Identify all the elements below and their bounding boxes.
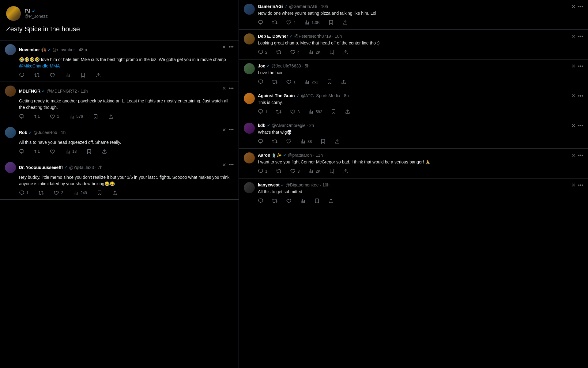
r-reply-2[interactable]: 2 [258,49,267,55]
r-views-1[interactable]: 1.3K [304,20,320,25]
r-bookmark-5[interactable] [320,139,326,144]
r-like-4[interactable]: 3 [290,109,300,114]
views-button-4[interactable]: 249 [73,190,87,196]
reply-button-4[interactable]: 1 [19,190,28,196]
more-icon-3[interactable]: ••• [228,127,234,132]
r-comment-7: kanyewest ✓ @Bigapemonkee · 10h All this… [239,178,588,208]
r-like-3[interactable]: 1 [286,79,296,85]
reply-button-3[interactable] [19,149,24,154]
r-more-5[interactable]: ••• [578,123,583,128]
r-mute-4[interactable]: ✕ [571,93,575,99]
r-bookmark-7[interactable] [314,198,320,204]
r-retweet-4[interactable] [276,109,281,114]
reply-button-1[interactable] [19,72,24,78]
r-reply-4[interactable]: 1 [258,109,267,114]
r-header-actions-7: ✕ ••• [571,182,583,188]
r-views-3[interactable]: 251 [304,79,318,85]
r-views-7[interactable] [300,198,306,204]
bookmark-button-2[interactable] [93,114,98,119]
retweet-button-3[interactable] [34,149,40,154]
r-more-4[interactable]: ••• [578,93,583,99]
comment-header-left-2: MDLFNGR ✓ @MDLFNGR72 · 11h [5,86,222,97]
retweet-button-4[interactable] [38,190,44,196]
r-like-2[interactable]: 4 [290,49,300,55]
r-like-6[interactable]: 3 [290,168,300,174]
retweet-icon-4 [38,190,44,196]
more-icon-2[interactable]: ••• [228,86,234,91]
views-button-2[interactable]: 576 [69,114,83,119]
mention-link-1[interactable]: @MikeChandlerMMA [19,63,60,68]
r-views-5[interactable]: 38 [300,139,312,144]
share-button-4[interactable] [112,190,118,196]
r-share-3[interactable] [341,79,346,85]
more-icon-4[interactable]: ••• [228,162,234,167]
like-button-1[interactable] [50,72,55,78]
r-share-6[interactable] [343,168,349,174]
r-mute-6[interactable]: ✕ [571,152,575,158]
share-button-3[interactable] [102,149,107,154]
left-panel: PJ ✓ @P_Jonezz Zesty Spice in the house … [0,0,239,368]
r-bookmark-6[interactable] [329,168,334,174]
r-bookmark-1[interactable] [328,20,334,25]
r-more-2[interactable]: ••• [578,34,583,39]
r-retweet-1[interactable] [272,20,277,25]
r-more-6[interactable]: ••• [578,153,583,158]
like-button-4[interactable]: 2 [54,190,63,196]
r-reply-1[interactable] [258,20,263,25]
r-bookmark-2[interactable] [329,49,334,55]
r-views-2[interactable]: 2K [308,49,320,55]
bookmark-button-3[interactable] [86,149,92,154]
r-more-7[interactable]: ••• [578,182,583,188]
like-button-3[interactable] [50,149,55,154]
r-more-1[interactable]: ••• [578,4,583,10]
mute-icon-2[interactable]: ✕ [222,86,226,91]
r-retweet-6[interactable] [276,168,281,174]
r-retweet-3[interactable] [272,79,277,85]
more-icon-1[interactable]: ••• [228,44,234,50]
r-views-6[interactable]: 2K [308,168,320,174]
like-button-2[interactable]: 1 [50,114,59,119]
r-comment-4: Against The Grain ✓ @ATG_SportsMedia · 8… [239,89,588,119]
reply-button-2[interactable] [19,114,24,119]
r-reply-3[interactable] [258,79,263,85]
r-reply-7[interactable] [258,198,263,204]
r-bookmark-3[interactable] [327,79,332,85]
r-mute-1[interactable]: ✕ [571,4,575,10]
bookmark-button-1[interactable] [80,72,86,78]
r-views-icon-6 [308,168,314,174]
retweet-button-1[interactable] [34,72,40,78]
retweet-button-2[interactable] [34,114,40,119]
r-views-4[interactable]: 582 [308,109,322,114]
r-mute-5[interactable]: ✕ [571,123,575,128]
r-reply-5[interactable] [258,139,263,144]
r-retweet-5[interactable] [272,139,277,144]
r-share-7[interactable] [328,198,334,204]
mute-icon-3[interactable]: ✕ [222,127,226,133]
views-button-3[interactable]: 13 [65,149,77,154]
r-retweet-2[interactable] [276,49,281,55]
r-mute-3[interactable]: ✕ [571,63,575,69]
r-mute-2[interactable]: ✕ [571,33,575,39]
comment-time-2: 11h [81,89,88,94]
r-like-7[interactable] [286,198,292,204]
share-button-2[interactable] [108,114,114,119]
mute-icon-1[interactable]: ✕ [222,44,226,50]
r-share-5[interactable] [334,139,340,144]
r-like-5[interactable] [286,139,292,144]
bookmark-button-4[interactable] [97,190,102,196]
r-mute-7[interactable]: ✕ [571,182,575,188]
mute-icon-4[interactable]: ✕ [222,162,226,168]
r-share-4[interactable] [345,109,350,114]
r-bookmark-4[interactable] [331,109,336,114]
r-share-1[interactable] [342,20,348,25]
share-button-1[interactable] [96,72,101,78]
comment-time-4: 7h [98,165,103,170]
header-actions-2: ✕ ••• [222,86,234,91]
r-avatar-7 [244,182,255,193]
r-like-1[interactable]: 4 [286,20,296,25]
r-retweet-7[interactable] [272,198,277,204]
views-button-1[interactable] [65,72,70,78]
r-reply-6[interactable]: 1 [258,168,267,174]
r-share-2[interactable] [343,49,349,55]
r-more-3[interactable]: ••• [578,63,583,69]
